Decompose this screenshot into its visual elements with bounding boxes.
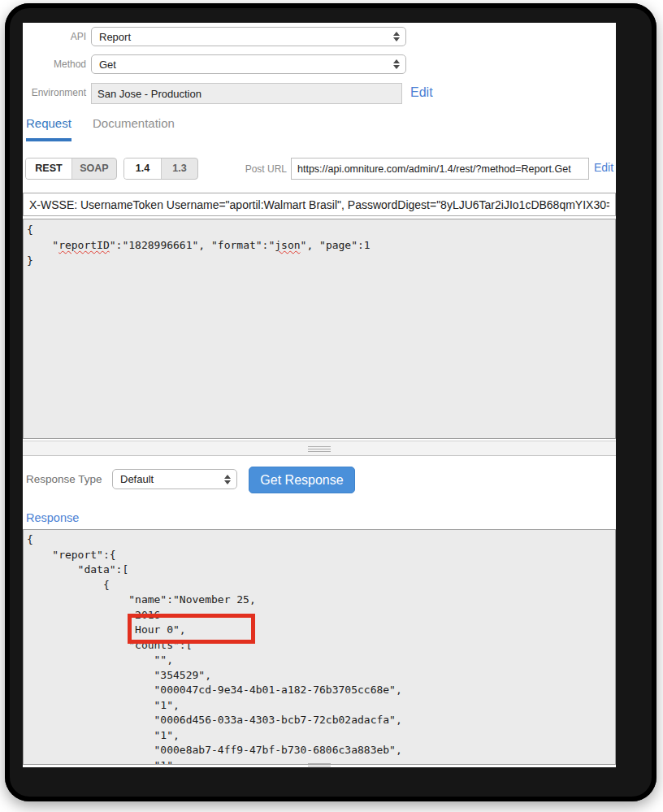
misspelled-word: json xyxy=(275,239,300,251)
response-body-text: { "report":{ "data":[ { "name":"November… xyxy=(24,530,615,765)
highlight-annotation-box xyxy=(128,614,255,644)
environment-field xyxy=(91,83,402,104)
environment-edit-link[interactable]: Edit xyxy=(410,85,433,100)
method-select-value: Get xyxy=(99,59,116,71)
api-label: API xyxy=(23,31,86,42)
stepper-icon xyxy=(224,475,231,484)
response-type-select[interactable]: Default xyxy=(112,469,237,489)
request-body-editor[interactable]: { "reportID":"1828996661", "format":"jso… xyxy=(23,219,616,439)
response-type-value: Default xyxy=(120,473,154,485)
request-body-text: { "reportID":"1828996661", "format":"jso… xyxy=(24,219,615,271)
drag-grip-icon xyxy=(308,763,331,767)
version-13-button[interactable]: 1.3 xyxy=(161,158,197,179)
api-explorer-window: API Report Method Get Environment Edit R… xyxy=(23,23,616,767)
misspelled-word: reportID xyxy=(58,239,110,251)
drag-grip-icon xyxy=(308,446,331,452)
environment-label: Environment xyxy=(23,87,86,98)
post-url-label: Post URL xyxy=(223,163,287,175)
tab-request-underline xyxy=(26,138,72,141)
method-select[interactable]: Get xyxy=(91,54,406,74)
response-link[interactable]: Response xyxy=(26,511,79,524)
post-url-field[interactable] xyxy=(291,158,589,180)
protocol-toggle: REST SOAP xyxy=(25,158,117,180)
tab-documentation[interactable]: Documentation xyxy=(93,116,175,130)
xwsse-header-field[interactable] xyxy=(23,193,616,216)
stepper-icon xyxy=(393,32,400,41)
get-response-button[interactable]: Get Response xyxy=(249,467,355,493)
post-url-edit-link[interactable]: Edit xyxy=(594,161,613,174)
screenshot-stage: API Report Method Get Environment Edit R… xyxy=(0,0,663,812)
response-output[interactable]: { "report":{ "data":[ { "name":"November… xyxy=(23,529,616,765)
soap-button[interactable]: SOAP xyxy=(72,158,116,179)
resize-splitter[interactable] xyxy=(23,441,616,456)
method-label: Method xyxy=(23,59,86,70)
api-select-value: Report xyxy=(99,31,131,43)
rest-button[interactable]: REST xyxy=(26,158,72,179)
response-type-label: Response Type xyxy=(26,473,102,485)
tab-request[interactable]: Request xyxy=(26,116,72,130)
api-select[interactable]: Report xyxy=(91,27,406,46)
version-14-button[interactable]: 1.4 xyxy=(124,158,161,179)
stepper-icon xyxy=(393,59,400,69)
version-toggle: 1.4 1.3 xyxy=(124,158,198,180)
